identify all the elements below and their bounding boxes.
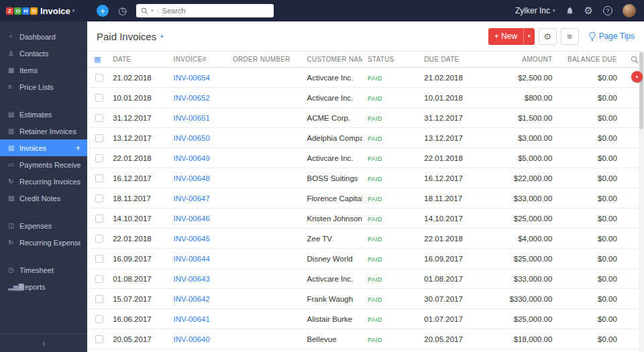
- cell-amount: $4,000.00: [485, 229, 561, 249]
- column-header-invoice[interactable]: INVOICE#: [168, 52, 227, 68]
- sidebar-item-price-lists[interactable]: ≡Price Lists: [0, 78, 87, 95]
- page-tips-link[interactable]: Page Tips: [588, 32, 635, 41]
- cell-checkbox: [87, 168, 107, 188]
- invoice-link[interactable]: INV-00644: [174, 255, 210, 263]
- cell-customer-name: Activcare Inc.: [302, 88, 362, 108]
- column-header-due-date[interactable]: DUE DATE: [419, 52, 484, 68]
- recent-activities-icon[interactable]: ◷: [118, 5, 127, 17]
- invoice-link[interactable]: INV-00647: [174, 194, 210, 202]
- row-checkbox[interactable]: [95, 94, 103, 102]
- scrollbar-thumb[interactable]: [639, 52, 643, 129]
- table-row[interactable]: 14.10.2017INV-00646Kristen JohnsonPAID14…: [87, 209, 644, 229]
- sidebar-item-credit-notes[interactable]: ▨Credit Notes: [0, 190, 87, 207]
- row-checkbox[interactable]: [95, 235, 103, 243]
- topbar-right: Zylker Inc ▾ ⚙ ?: [515, 4, 644, 17]
- table-row[interactable]: 01.08.2017INV-00643Activcare Inc.PAID01.…: [87, 269, 644, 289]
- column-header-status[interactable]: STATUS: [362, 52, 419, 68]
- table-row[interactable]: 18.11.2017INV-00647Florence CapitalPAID1…: [87, 188, 644, 209]
- row-checkbox[interactable]: [95, 174, 103, 182]
- quick-add-invoice-button[interactable]: +: [75, 143, 80, 153]
- chevron-down-icon: ▾: [160, 34, 163, 40]
- table-row[interactable]: 31.12.2017INV-00651ACME Corp.PAID31.12.2…: [87, 108, 644, 128]
- sidebar-item-contacts[interactable]: ♙Contacts: [0, 45, 87, 62]
- table-row[interactable]: 16.09.2017INV-00644Disney WorldPAID16.09…: [87, 249, 644, 269]
- row-checkbox[interactable]: [95, 315, 103, 323]
- org-selector[interactable]: Zylker Inc ▾: [515, 6, 555, 15]
- invoice-link[interactable]: INV-00642: [174, 295, 210, 303]
- gear-icon[interactable]: ⚙: [584, 5, 593, 17]
- list-view-button[interactable]: ≡: [561, 28, 579, 45]
- global-search[interactable]: ▾: [136, 4, 274, 17]
- row-checkbox[interactable]: [95, 215, 103, 223]
- search-input[interactable]: [162, 7, 269, 15]
- row-checkbox[interactable]: [95, 295, 103, 303]
- row-checkbox[interactable]: [95, 74, 103, 82]
- quick-create-button[interactable]: +: [97, 5, 109, 17]
- column-header-balance-due[interactable]: BALANCE DUE: [560, 52, 625, 68]
- sidebar-item-expenses[interactable]: ◫Expenses: [0, 217, 87, 234]
- sidebar-item-estimates[interactable]: ▤Estimates: [0, 106, 87, 123]
- invoice-link[interactable]: INV-00651: [174, 114, 210, 122]
- invoice-link[interactable]: INV-00645: [174, 235, 210, 243]
- sidebar-item-recurring-invoices[interactable]: ↻Recurring Invoices: [0, 173, 87, 190]
- sidebar-item-timesheet[interactable]: ◷Timesheet: [0, 261, 87, 278]
- cell-date: 22.01.2018: [107, 148, 168, 168]
- scrollbar-track[interactable]: [639, 51, 644, 352]
- new-invoice-button[interactable]: + New ▾: [488, 28, 535, 45]
- avatar[interactable]: [623, 4, 636, 17]
- list-settings-button[interactable]: ⚙: [539, 28, 557, 45]
- table-row[interactable]: 16.06.2017INV-00641Alistair BurkePAID01.…: [87, 309, 644, 329]
- sidebar-group: ◔Dashboard♙Contacts▦Items≡Price Lists: [0, 28, 87, 95]
- table-row[interactable]: 10.01.2018INV-00652Activcare Inc.PAID10.…: [87, 88, 644, 108]
- table-row[interactable]: 22.01.2018INV-00649Activcare Inc.PAID22.…: [87, 148, 644, 168]
- sidebar-item-recurring-expenses[interactable]: ↻Recurring Expenses: [0, 234, 87, 251]
- table-row[interactable]: 15.07.2017INV-00642Frank WaughPAID30.07.…: [87, 289, 644, 309]
- invoice-link[interactable]: INV-00654: [174, 74, 210, 82]
- zoho-invoice-logo[interactable]: ZOHO Invoice ▾: [0, 6, 87, 16]
- invoice-link[interactable]: INV-00648: [174, 174, 210, 182]
- table-row[interactable]: 13.12.2017INV-00650Adelphia CompanyPAID1…: [87, 128, 644, 148]
- gear-icon: ⚙: [543, 32, 551, 42]
- row-checkbox[interactable]: [95, 114, 103, 122]
- page-title-dropdown[interactable]: Paid Invoices ▾: [97, 31, 163, 42]
- invoice-link[interactable]: INV-00646: [174, 215, 210, 223]
- invoice-link[interactable]: INV-00640: [174, 335, 210, 343]
- table-row[interactable]: 20.05.2017INV-00640BellevuePAID20.05.201…: [87, 329, 644, 349]
- help-icon[interactable]: ?: [603, 6, 612, 15]
- sidebar-item-payments-received[interactable]: ▭Payments Received: [0, 156, 87, 173]
- new-button-caret-icon[interactable]: ▾: [523, 28, 535, 45]
- invoice-link[interactable]: INV-00643: [174, 275, 210, 283]
- invoice-link[interactable]: INV-00650: [174, 134, 210, 142]
- invoice-link[interactable]: INV-00649: [174, 154, 210, 162]
- bell-icon[interactable]: [566, 6, 574, 15]
- column-header-amount[interactable]: AMOUNT: [485, 52, 561, 68]
- announcement-badge[interactable]: ▾: [631, 71, 643, 82]
- table-row[interactable]: 22.01.2018INV-00645Zee TVPAID22.01.2018$…: [87, 229, 644, 249]
- grid-view-icon[interactable]: ▦: [94, 55, 101, 63]
- row-checkbox[interactable]: [95, 275, 103, 283]
- status-badge: PAID: [368, 236, 382, 243]
- sidebar-item-label: Price Lists: [19, 83, 54, 91]
- invoice-link[interactable]: INV-00641: [174, 315, 210, 323]
- table-row[interactable]: 16.12.2017INV-00648BOSS SuitingsPAID16.1…: [87, 168, 644, 188]
- row-checkbox[interactable]: [95, 134, 103, 142]
- table-search-icon[interactable]: [631, 56, 639, 64]
- column-header-customer-name[interactable]: CUSTOMER NAME: [302, 52, 362, 68]
- row-checkbox[interactable]: [95, 194, 103, 202]
- row-checkbox[interactable]: [95, 154, 103, 162]
- sidebar-item-retainer-invoices[interactable]: ▥Retainer Invoices: [0, 123, 87, 139]
- sidebar-collapse-button[interactable]: ‹: [0, 333, 87, 352]
- table-row[interactable]: 21.02.2018INV-00654Activcare Inc.PAID21.…: [87, 68, 644, 88]
- row-checkbox[interactable]: [95, 335, 103, 343]
- invoice-link[interactable]: INV-00652: [174, 94, 210, 102]
- sidebar-item-dashboard[interactable]: ◔Dashboard: [0, 28, 87, 45]
- sidebar-item-label: Expenses: [19, 222, 52, 230]
- column-header-date[interactable]: DATE: [107, 52, 168, 68]
- column-header-order-number[interactable]: ORDER NUMBER: [227, 52, 302, 68]
- sidebar-item-invoices[interactable]: ▧Invoices+: [0, 139, 87, 156]
- cell-date: 18.11.2017: [107, 188, 168, 209]
- sidebar-item-reports[interactable]: ▂▅▇Reports: [0, 278, 87, 295]
- search-scope-caret-icon[interactable]: ▾: [151, 8, 158, 13]
- row-checkbox[interactable]: [95, 255, 103, 263]
- sidebar-item-items[interactable]: ▦Items: [0, 62, 87, 78]
